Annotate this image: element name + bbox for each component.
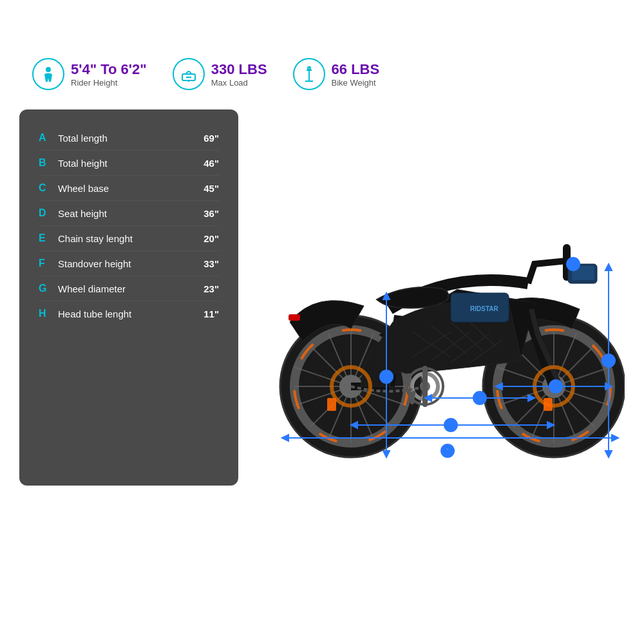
svg-line-41 [412,393,413,402]
svg-rect-45 [544,398,553,411]
spec-row-a: A Total length 69" [39,126,219,151]
bike-weight-group: 66 LBS Bike Weight [332,61,380,88]
svg-text:H: H [571,260,576,268]
spec-name-h: Head tube lenght [55,308,190,319]
svg-marker-47 [282,435,289,441]
bike-diagram-area: RIDSTAR [251,109,625,486]
spec-letter-g: G [39,283,55,294]
spec-letter-f: F [39,258,55,269]
spec-letter-d: D [39,207,55,219]
spec-value-g: 23" [190,283,219,294]
stat-max-load: 330 LBS Max Load [173,58,267,90]
page-container: 5'4" To 6'2" Rider Height 330 LBS Max Lo… [0,0,644,644]
spec-name-d: Seat height [55,208,190,219]
spec-value-b: 46" [190,158,219,169]
spec-rows: A Total length 69" B Total height 46" C … [39,126,219,326]
spec-value-c: 45" [190,183,219,194]
spec-row-f: F Standover height 33" [39,251,219,276]
svg-marker-57 [605,264,612,270]
svg-text:D: D [384,373,389,381]
rider-height-label: Rider Height [71,78,147,88]
max-load-label: Max Load [211,78,267,88]
svg-rect-36 [289,314,300,321]
rider-height-value: 5'4" To 6'2" [71,61,147,78]
svg-rect-44 [327,398,336,411]
spec-name-c: Wheel base [55,183,190,194]
svg-point-0 [46,67,51,72]
svg-text:C: C [448,421,453,429]
spec-row-c: C Wheel base 45" [39,176,219,201]
spec-name-b: Total height [55,158,190,169]
stats-bar: 5'4" To 6'2" Rider Height 330 LBS Max Lo… [32,58,625,90]
spec-row-g: G Wheel diameter 23" [39,276,219,301]
max-load-value: 330 LBS [211,61,267,78]
spec-value-h: 11" [190,308,219,319]
svg-text:B: B [606,357,611,365]
spec-letter-c: C [39,182,55,194]
spec-name-a: Total length [55,133,190,144]
spec-value-a: 69" [190,133,219,144]
spec-name-f: Standover height [55,258,190,269]
specs-table: A Total length 69" B Total height 46" C … [19,109,238,486]
spec-letter-b: B [39,157,55,169]
stat-bike-weight: 66 LBS Bike Weight [293,58,380,90]
svg-marker-58 [605,451,612,457]
spec-value-f: 33" [190,258,219,269]
svg-marker-63 [383,451,390,457]
spec-row-h: H Head tube lenght 11" [39,301,219,326]
svg-text:RIDSTAR: RIDSTAR [470,305,498,312]
spec-letter-a: A [39,132,55,144]
person-height-icon [32,58,64,90]
spec-value-e: 20" [190,233,219,244]
main-content: A Total length 69" B Total height 46" C … [19,109,625,486]
svg-text:F: F [478,394,482,402]
svg-text:A: A [445,447,450,455]
svg-marker-48 [612,435,618,441]
bike-weight-label: Bike Weight [332,78,380,88]
spec-row-d: D Seat height 36" [39,201,219,226]
stat-rider-height: 5'4" To 6'2" Rider Height [32,58,147,90]
spec-row-e: E Chain stay lenght 20" [39,226,219,251]
bike-diagram-svg: RIDSTAR [251,109,625,483]
svg-text:G: G [553,383,559,390]
rider-height-group: 5'4" To 6'2" Rider Height [71,61,147,88]
bike-weight-icon [293,58,325,90]
spec-value-d: 36" [190,208,219,219]
spec-name-e: Chain stay lenght [55,233,190,244]
max-load-group: 330 LBS Max Load [211,61,267,88]
bike-weight-value: 66 LBS [332,61,380,78]
spec-name-g: Wheel diameter [55,283,190,294]
spec-row-b: B Total height 46" [39,151,219,176]
spec-letter-e: E [39,232,55,244]
scale-icon [173,58,205,90]
spec-letter-h: H [39,308,55,319]
